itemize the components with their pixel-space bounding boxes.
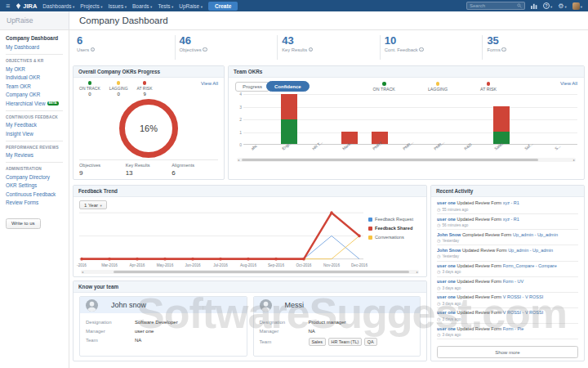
scroll-left-icon[interactable] — [82, 270, 83, 274]
sidebar-item-label: OKR Settings — [6, 182, 37, 188]
show-more-button[interactable]: Show more — [437, 346, 578, 358]
toggle-progress[interactable]: Progress — [235, 82, 270, 92]
sidebar-item-company-okr[interactable]: Company OKR — [6, 92, 63, 97]
activity-form-link[interactable]: Up_admin - Up_admin — [513, 232, 558, 237]
sidebar-item-label: Review Forms — [6, 200, 38, 205]
activity-user-link[interactable]: user one — [437, 200, 456, 205]
bar-sales[interactable] — [493, 94, 510, 144]
sidebar-item-continuous-feedback[interactable]: Continuous Feedback — [6, 191, 63, 197]
y-tick-label: 0 — [239, 142, 242, 147]
settings-menu[interactable] — [558, 2, 566, 10]
activity-user-link[interactable]: user one — [437, 279, 456, 284]
y-tick-label: 1 — [239, 130, 242, 135]
toggle-confidence[interactable]: Confidence — [266, 81, 310, 92]
team-members: John snow DesignationSoftware Developer … — [74, 293, 426, 361]
stat-card-key-results: 43Key Results — [278, 35, 381, 60]
topnav-projects[interactable]: Projects — [80, 3, 102, 9]
stat-label-text: Objectives — [180, 47, 202, 52]
x-tick-label: Apr-2016 — [130, 263, 145, 267]
activity-form-link[interactable]: Up_admin - Up_admin — [508, 248, 553, 253]
scrollbar-thumb[interactable] — [114, 271, 409, 273]
create-button[interactable]: Create — [208, 2, 238, 11]
okr-view-all-link[interactable]: View All — [201, 81, 218, 86]
scrollbar-thumb[interactable] — [242, 159, 538, 161]
scroll-right-icon[interactable] — [573, 158, 575, 162]
help-menu[interactable] — [543, 2, 552, 9]
activity-user-link[interactable]: John Snow — [437, 248, 461, 253]
stat-label: Forms — [487, 47, 585, 52]
bar-engi[interactable] — [281, 94, 297, 144]
info-icon[interactable] — [501, 47, 506, 52]
sidebar-item-my-feedback[interactable]: My Feedback — [6, 122, 63, 128]
activity-user-link[interactable]: user one — [437, 263, 456, 268]
info-icon[interactable] — [309, 47, 314, 52]
activity-item: John Snow Updated Review Form Up_admin -… — [437, 245, 578, 261]
info-icon[interactable] — [203, 47, 207, 52]
sidebar-item-insight-view[interactable]: Insight View — [6, 131, 63, 137]
activity-form-link[interactable]: Form - Pie — [503, 326, 524, 331]
activity-user-link[interactable]: John Snow — [437, 342, 461, 343]
activity-user-link[interactable]: user one — [437, 326, 456, 331]
activity-time-text: 56 minutes ago — [442, 223, 468, 227]
topnav-issues[interactable]: Issues — [108, 3, 127, 9]
activity-form-link[interactable]: Form - UV — [503, 279, 523, 284]
sidebar-item-my-reviews[interactable]: My Reviews — [6, 152, 63, 158]
sidebar-current-page[interactable]: Company Dashboard — [6, 35, 63, 41]
top-navigation-bar: JIRA DashboardsProjectsIssuesBoardsTests… — [0, 0, 588, 11]
activity-form-link[interactable]: xyz - R1 — [503, 217, 519, 222]
topnav-upraise[interactable]: UpRaise — [179, 3, 203, 9]
member-row-manager: ManagerNA — [260, 329, 415, 334]
activity-form-link[interactable]: V ROSSI - V ROSSI — [503, 294, 544, 299]
member-card-john-snow: John snow DesignationSoftware Developer … — [79, 296, 247, 357]
charts-icon[interactable] — [531, 3, 537, 9]
sidebar-item-individual-okr[interactable]: Individual OKR — [6, 74, 63, 80]
sidebar-item-my-okr[interactable]: My OKR — [6, 66, 63, 72]
stat-label: Key Results — [282, 47, 380, 52]
activity-user-link[interactable]: user one — [437, 310, 456, 315]
line-chart-scrollbar[interactable] — [81, 270, 419, 274]
bar-pmrt[interactable] — [372, 94, 388, 144]
activity-form-link[interactable]: Form_Compare - Compare — [503, 263, 557, 268]
user-menu[interactable] — [572, 2, 582, 10]
stat-label-text: Key Results — [282, 47, 307, 52]
activity-form-link[interactable]: xyz - XYZ2 — [508, 342, 530, 343]
topnav-boards[interactable]: Boards — [132, 3, 152, 9]
info-icon[interactable] — [91, 47, 96, 52]
jira-logo[interactable]: JIRA — [16, 2, 37, 10]
activity-form-link[interactable]: xyz - R1 — [503, 200, 519, 205]
search-input[interactable] — [470, 3, 515, 8]
activity-user-link[interactable]: user one — [437, 294, 456, 299]
team-view-all-link[interactable]: View All — [560, 81, 577, 86]
bars — [243, 94, 577, 144]
team-tag: Sales — [309, 338, 327, 346]
activity-form-link[interactable]: V ROSSI - V ROSSI — [503, 310, 544, 315]
hamburger-menu-icon[interactable] — [6, 2, 10, 10]
scroll-left-icon[interactable] — [238, 158, 239, 162]
jira-logo-icon — [16, 3, 21, 9]
row-label: Manager — [260, 329, 309, 334]
sidebar-item-my-dashboard[interactable]: My Dashboard — [6, 44, 63, 50]
write-to-us-button[interactable]: Write to us — [6, 218, 41, 229]
know-your-team-panel: Know your team John snow DesignationSoft… — [73, 280, 427, 361]
info-icon[interactable] — [419, 47, 424, 52]
sidebar-item-team-okr[interactable]: Team OKR — [6, 83, 63, 89]
stat-card-users: 6Users — [73, 35, 176, 60]
okr-stat-value: 6 — [172, 169, 218, 177]
chevron-down-icon — [73, 3, 74, 9]
activity-user-link[interactable]: user one — [437, 217, 456, 222]
bar-mark[interactable] — [341, 94, 358, 144]
clock-icon — [437, 254, 440, 258]
x-tick-label: S... — [555, 144, 562, 150]
topbar-menus: DashboardsProjectsIssuesBoardsTestsUpRai… — [42, 3, 203, 9]
search-box[interactable] — [466, 2, 525, 10]
sidebar-item-review-forms[interactable]: Review Forms — [6, 200, 63, 205]
activity-user-link[interactable]: John Snow — [437, 232, 461, 237]
sidebar-item-company-directory[interactable]: Company Directory — [6, 174, 63, 180]
topnav-tests[interactable]: Tests — [158, 3, 173, 9]
scroll-right-icon[interactable] — [416, 270, 418, 274]
sidebar-item-hierarchical-view[interactable]: Hierarchical ViewBETA — [6, 101, 63, 106]
sidebar-item-okr-settings[interactable]: OKR Settings — [6, 182, 63, 188]
range-dropdown[interactable]: 1 Year — [79, 200, 107, 209]
topnav-dashboards[interactable]: Dashboards — [42, 3, 74, 9]
bar-chart-scrollbar[interactable] — [237, 158, 576, 162]
